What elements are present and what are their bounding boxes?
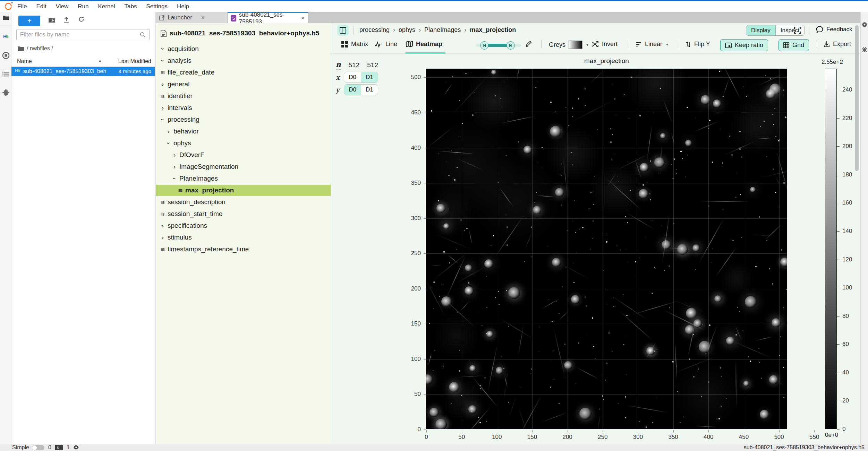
breadcrumb-processing[interactable]: processing (359, 26, 390, 34)
slider-max-handle[interactable] (507, 41, 515, 50)
file-list-header: Name ▲ Last Modified (11, 57, 155, 67)
tree-item-ImageSegmentation[interactable]: ›ImageSegmentation (156, 161, 331, 172)
image-texture (506, 290, 507, 291)
tree-item-timestamps_reference_time[interactable]: ≋timestamps_reference_time (156, 244, 331, 255)
x-dim-d1-button[interactable]: D1 (361, 72, 378, 83)
x-dim-d0-button[interactable]: D0 (344, 72, 361, 83)
menu-edit[interactable]: Edit (36, 3, 46, 10)
filter-files-input[interactable]: Filter files by name (16, 29, 150, 40)
close-icon[interactable]: × (301, 15, 305, 22)
export-menu[interactable]: Export ▾ (824, 41, 857, 48)
feedback-button[interactable]: Feedback (816, 26, 852, 33)
tree-item-PlaneImages[interactable]: ›PlaneImages (156, 173, 331, 184)
upload-button[interactable] (63, 16, 69, 23)
h5-file-title[interactable]: sub-408021_ses-758519303_behavior+ophys.… (161, 29, 319, 37)
extension-manager-icon[interactable] (1, 88, 10, 97)
breadcrumb-ophys[interactable]: ophys (399, 26, 415, 34)
tree-item-analysis[interactable]: ›analysis (156, 55, 331, 66)
kernel-status-icon[interactable] (74, 445, 79, 450)
divider (541, 40, 542, 48)
menu-run[interactable]: Run (78, 3, 88, 10)
dataset-breadcrumb[interactable]: processing›ophys›PlaneImages›max_project… (359, 26, 516, 34)
y-dim-d1-button[interactable]: D1 (361, 85, 378, 95)
sort-ascending-icon[interactable]: ▲ (98, 59, 102, 63)
tree-item-max_projection[interactable]: ≋max_projection (156, 185, 331, 196)
x-tick-mark (708, 430, 709, 432)
grid-toggle[interactable]: Grid (778, 39, 809, 51)
display-mode-button[interactable]: Display (746, 25, 775, 35)
tab-line[interactable]: Line (375, 41, 397, 48)
scrollbar-thumb[interactable] (855, 25, 859, 171)
image-texture (587, 334, 587, 334)
fullscreen-button[interactable] (794, 26, 801, 34)
scale-select[interactable]: Linear ▾ (636, 41, 668, 48)
heatmap-icon (406, 41, 413, 47)
image-texture (443, 284, 443, 285)
colorbar[interactable] (825, 69, 837, 429)
invert-colormap-button[interactable]: Invert (592, 41, 618, 48)
image-texture (741, 237, 742, 238)
file-row-selected[interactable]: H5 sub-408021_ses-758519303_beha… 4 minu… (11, 67, 155, 76)
hdf5-browser-icon[interactable]: H5 (1, 32, 10, 41)
menu-kernel[interactable]: Kernel (98, 3, 115, 10)
image-texture (448, 175, 450, 176)
sidebar-toggle-button[interactable] (337, 25, 349, 36)
breadcrumb-PlaneImages[interactable]: PlaneImages (424, 26, 461, 34)
close-icon[interactable]: × (201, 14, 205, 21)
tree-item-processing[interactable]: ›processing (156, 114, 331, 125)
tree-item-specifications[interactable]: ›specifications (156, 220, 331, 231)
menu-tabs[interactable]: Tabs (125, 3, 137, 10)
tree-item-label: intervals (168, 104, 192, 112)
domain-slider[interactable] (476, 41, 521, 50)
x-tick-label: 0 (425, 434, 428, 441)
tree-item-session_start_time[interactable]: ≋session_start_time (156, 208, 331, 219)
y-tick-label: 0 (418, 426, 421, 433)
menu-help[interactable]: Help (177, 3, 189, 10)
tree-item-ophys[interactable]: ›ophys (156, 138, 331, 149)
tree-item-stimulus[interactable]: ›stimulus (156, 232, 331, 243)
slider-min-handle[interactable] (480, 41, 488, 50)
tree-item-identifier[interactable]: ≋identifier (156, 90, 331, 102)
menu-settings[interactable]: Settings (146, 3, 168, 10)
edit-domain-button[interactable] (525, 41, 532, 47)
image-texture (639, 421, 640, 422)
refresh-button[interactable] (78, 16, 85, 23)
flip-y-button[interactable]: Flip Y (686, 41, 710, 48)
keep-ratio-toggle[interactable]: Keep ratio (720, 39, 768, 51)
table-of-contents-icon[interactable] (1, 70, 10, 78)
new-launcher-button[interactable]: + (18, 16, 40, 26)
colormap-select[interactable]: Greys ▾ (549, 41, 588, 49)
y-dim-d0-button[interactable]: D0 (344, 85, 361, 95)
tab-h5-file[interactable]: 5 sub-408021_ses-7585193 × (228, 12, 308, 23)
debugger-bug-icon[interactable] (861, 47, 868, 52)
image-texture (448, 209, 449, 209)
breadcrumb-max_projection[interactable]: max_projection (470, 26, 516, 34)
tree-item-intervals[interactable]: ›intervals (156, 102, 331, 113)
tab-matrix[interactable]: Matrix (341, 41, 368, 48)
terminal-icon[interactable]: $_ (55, 445, 63, 450)
tree-item-file_create_date[interactable]: ≋file_create_date (156, 67, 331, 78)
property-inspector-gear-icon[interactable] (861, 22, 868, 27)
image-texture (682, 158, 683, 159)
menu-view[interactable]: View (56, 3, 69, 10)
menu-file[interactable]: File (17, 3, 27, 10)
simple-mode-toggle[interactable] (32, 445, 44, 450)
file-browser-icon[interactable] (1, 13, 10, 22)
tree-item-behavior[interactable]: ›behavior (156, 126, 331, 137)
running-kernels-icon[interactable] (1, 51, 10, 60)
image-texture (593, 346, 594, 347)
column-name[interactable]: Name (17, 58, 32, 64)
tab-heatmap[interactable]: Heatmap (406, 41, 442, 48)
tab-launcher[interactable]: Launcher × (156, 12, 228, 23)
tree-item-acquisition[interactable]: ›acquisition (156, 43, 331, 54)
file-browser-breadcrumb[interactable]: / nwbfiles / (18, 45, 53, 52)
column-last-modified[interactable]: Last Modified (118, 58, 151, 64)
hdf5-file-icon: H5 (15, 68, 19, 73)
new-folder-button[interactable] (48, 17, 56, 23)
x-tick-mark (744, 430, 744, 432)
heatmap-plot[interactable]: 0501001502002503003504004505005500501001… (426, 69, 787, 429)
tree-item-general[interactable]: ›general (156, 79, 331, 90)
tree-item-DfOverF[interactable]: ›DfOverF (156, 149, 331, 161)
image-texture (773, 124, 774, 125)
tree-item-session_description[interactable]: ≋session_description (156, 197, 331, 208)
